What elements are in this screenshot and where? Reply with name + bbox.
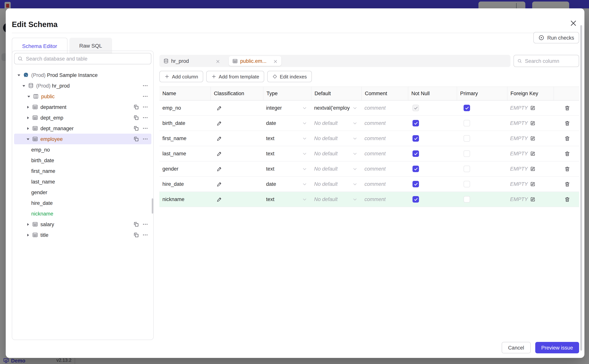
- chevron-down-icon[interactable]: [352, 197, 358, 202]
- copy-icon[interactable]: [133, 221, 139, 227]
- chevron-down-icon[interactable]: [302, 105, 307, 110]
- tree-item-salary[interactable]: salary: [14, 219, 151, 230]
- tree-scrollbar[interactable]: [152, 198, 153, 214]
- not-null-checkbox-checked[interactable]: [413, 196, 419, 202]
- pencil-icon[interactable]: [217, 181, 222, 187]
- tree-column-item[interactable]: hire_date: [14, 198, 151, 208]
- pencil-icon[interactable]: [217, 166, 222, 172]
- type-select-value[interactable]: date: [266, 181, 276, 187]
- default-select-value[interactable]: No default: [314, 196, 338, 202]
- add-column-button[interactable]: Add column: [159, 71, 203, 82]
- editor-tab-public-em-[interactable]: public.em...: [229, 56, 281, 66]
- comment-input[interactable]: comment: [364, 120, 386, 126]
- comment-input[interactable]: comment: [364, 181, 386, 187]
- comment-input[interactable]: comment: [364, 151, 386, 156]
- default-select-value[interactable]: No default: [314, 151, 338, 156]
- default-select-value[interactable]: No default: [314, 166, 338, 172]
- type-select-value[interactable]: text: [266, 151, 274, 156]
- copy-icon[interactable]: [133, 115, 139, 121]
- default-select-value[interactable]: No default: [314, 181, 338, 187]
- edit-square-icon[interactable]: [530, 105, 535, 111]
- edit-square-icon[interactable]: [530, 196, 535, 202]
- modal-scrollbar[interactable]: [580, 25, 582, 351]
- trash-icon[interactable]: [564, 166, 570, 172]
- ellipsis-icon[interactable]: [142, 83, 148, 89]
- primary-checkbox-unchecked[interactable]: [464, 181, 470, 187]
- editor-tab-hr-prod[interactable]: hr_prod: [163, 58, 220, 64]
- chevron-down-icon[interactable]: [352, 166, 358, 172]
- trash-icon[interactable]: [564, 181, 570, 187]
- column-name[interactable]: last_name: [162, 151, 186, 156]
- tree-item-title[interactable]: title: [14, 230, 151, 240]
- comment-input[interactable]: comment: [364, 105, 386, 111]
- column-name[interactable]: hire_date: [162, 181, 184, 187]
- chevron-down-icon[interactable]: [302, 136, 307, 141]
- trash-icon[interactable]: [564, 105, 570, 111]
- primary-checkbox-unchecked[interactable]: [464, 150, 470, 157]
- edit-square-icon[interactable]: [530, 166, 535, 172]
- tree-column-item[interactable]: nickname: [14, 208, 151, 219]
- not-null-checkbox-checked[interactable]: [413, 120, 419, 126]
- ellipsis-icon[interactable]: [142, 115, 148, 121]
- column-name[interactable]: first_name: [162, 136, 187, 141]
- tree-column-item[interactable]: last_name: [14, 176, 151, 187]
- copy-icon[interactable]: [133, 125, 139, 131]
- tree-item-dept-manager[interactable]: dept_manager: [14, 123, 151, 134]
- tree-item-prod-sample-instance[interactable]: (Prod) Prod Sample Instance: [14, 70, 151, 80]
- ellipsis-icon[interactable]: [142, 221, 148, 227]
- add-from-template-button[interactable]: Add from template: [206, 71, 264, 82]
- tree-column-item[interactable]: gender: [14, 187, 151, 198]
- column-name[interactable]: nickname: [162, 196, 185, 202]
- chevron-down-icon[interactable]: [302, 197, 307, 202]
- copy-icon[interactable]: [133, 104, 139, 110]
- chevron-down-icon[interactable]: [352, 121, 358, 126]
- preview-issue-button[interactable]: Preview issue: [535, 342, 579, 353]
- primary-checkbox-checked[interactable]: [464, 105, 470, 111]
- pencil-icon[interactable]: [217, 105, 222, 111]
- comment-input[interactable]: comment: [364, 136, 386, 141]
- trash-icon[interactable]: [564, 151, 570, 157]
- pencil-icon[interactable]: [217, 120, 222, 126]
- not-null-checkbox-checked[interactable]: [413, 135, 419, 142]
- caret-right-icon[interactable]: [26, 115, 31, 120]
- close-icon[interactable]: [273, 58, 278, 63]
- column-search-input[interactable]: [524, 58, 575, 64]
- ellipsis-icon[interactable]: [142, 232, 148, 238]
- cancel-button[interactable]: Cancel: [502, 342, 530, 353]
- comment-input[interactable]: comment: [364, 166, 386, 172]
- tree-search-input[interactable]: [25, 55, 148, 62]
- type-select-value[interactable]: date: [266, 120, 276, 126]
- not-null-checkbox-checked[interactable]: [413, 181, 419, 187]
- edit-square-icon[interactable]: [530, 181, 535, 187]
- type-select-value[interactable]: text: [266, 136, 274, 141]
- column-name[interactable]: birth_date: [162, 120, 185, 126]
- edit-square-icon[interactable]: [530, 136, 535, 141]
- tree-column-item[interactable]: first_name: [14, 166, 151, 176]
- caret-down-icon[interactable]: [26, 94, 31, 99]
- primary-checkbox-unchecked[interactable]: [464, 135, 470, 142]
- primary-checkbox-unchecked[interactable]: [464, 196, 470, 202]
- type-select-value[interactable]: integer: [266, 105, 282, 111]
- pencil-icon[interactable]: [217, 151, 222, 156]
- edit-square-icon[interactable]: [530, 151, 535, 156]
- not-null-checkbox-checked[interactable]: [413, 166, 419, 172]
- copy-icon[interactable]: [133, 232, 139, 238]
- caret-down-icon[interactable]: [16, 72, 21, 78]
- caret-down-icon[interactable]: [26, 136, 31, 142]
- edit-indexes-button[interactable]: Edit indexes: [267, 71, 312, 82]
- primary-checkbox-unchecked[interactable]: [464, 120, 470, 126]
- primary-checkbox-unchecked[interactable]: [464, 166, 470, 172]
- tree-item-hr-prod[interactable]: (Prod) hr_prod: [14, 80, 151, 91]
- caret-down-icon[interactable]: [21, 83, 26, 88]
- caret-right-icon[interactable]: [26, 233, 31, 237]
- default-select-value[interactable]: No default: [314, 136, 338, 141]
- tree-column-item[interactable]: birth_date: [14, 155, 151, 166]
- chevron-down-icon[interactable]: [302, 182, 307, 187]
- edit-square-icon[interactable]: [530, 120, 535, 126]
- column-name[interactable]: gender: [162, 166, 178, 172]
- copy-icon[interactable]: [133, 136, 139, 142]
- chevron-down-icon[interactable]: [352, 136, 358, 141]
- ellipsis-icon[interactable]: [142, 93, 148, 99]
- caret-right-icon[interactable]: [26, 104, 31, 110]
- default-select-value[interactable]: No default: [314, 120, 338, 126]
